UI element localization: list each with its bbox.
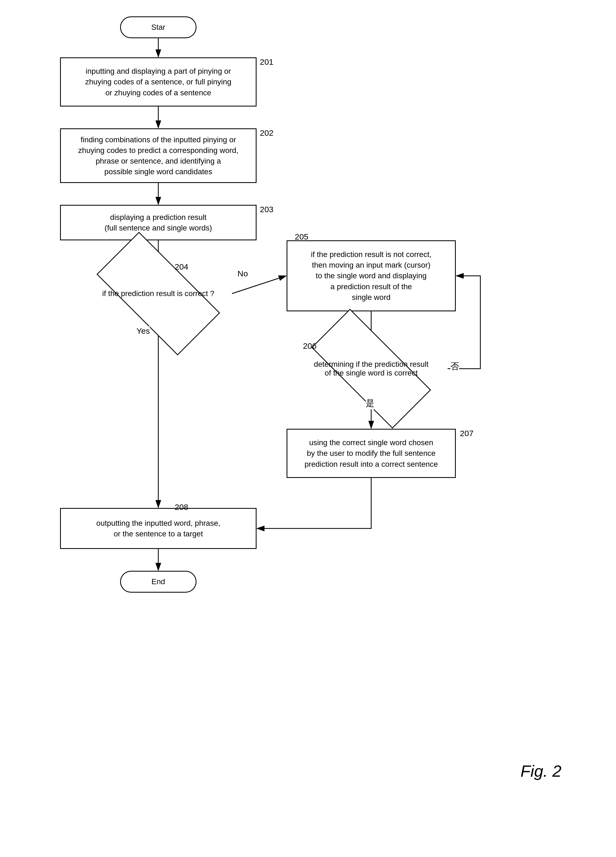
node-206-container: determining if the prediction resultof t… (295, 341, 448, 396)
num-208: 208 (174, 503, 188, 512)
num-203: 203 (260, 205, 273, 214)
num-206: 206 (303, 341, 316, 351)
node-206-label: determining if the prediction resultof t… (295, 341, 448, 396)
num-204: 204 (174, 262, 188, 271)
end-node: End (120, 571, 196, 592)
node-207: using the correct single word chosenby t… (287, 429, 456, 478)
node-204-container: if the prediction result is correct ? (85, 262, 232, 325)
fou-label: 否 (450, 360, 459, 373)
node-202: finding combinations of the inputted pin… (60, 128, 256, 183)
node-202-label: finding combinations of the inputted pin… (78, 135, 239, 177)
shi-label: 是 (366, 398, 374, 409)
node-207-label: using the correct single word chosenby t… (304, 437, 438, 469)
end-label: End (151, 576, 165, 587)
node-203: displaying a prediction result(full sent… (60, 205, 256, 240)
node-203-label: displaying a prediction result(full sent… (105, 212, 212, 233)
num-205: 205 (295, 232, 309, 241)
no-label: No (238, 269, 248, 278)
num-201: 201 (260, 57, 273, 67)
num-207: 207 (460, 429, 474, 438)
node-205-label: if the prediction result is not correct,… (311, 249, 431, 303)
svg-line-5 (232, 276, 286, 294)
node-208: outputting the inputted word, phrase,or … (60, 508, 256, 549)
node-204-label: if the prediction result is correct ? (85, 262, 232, 325)
num-202: 202 (260, 128, 273, 138)
start-label: Star (151, 22, 165, 32)
node-201-label: inputting and displaying a part of pinyi… (85, 66, 231, 98)
diagram: Star inputting and displaying a part of … (0, 0, 616, 857)
node-208-label: outputting the inputted word, phrase,or … (96, 518, 221, 539)
node-205: if the prediction result is not correct,… (287, 240, 456, 311)
yes-label: Yes (136, 326, 150, 336)
fig-label: Fig. 2 (520, 762, 561, 781)
start-node: Star (120, 16, 196, 38)
node-201: inputting and displaying a part of pinyi… (60, 57, 256, 107)
